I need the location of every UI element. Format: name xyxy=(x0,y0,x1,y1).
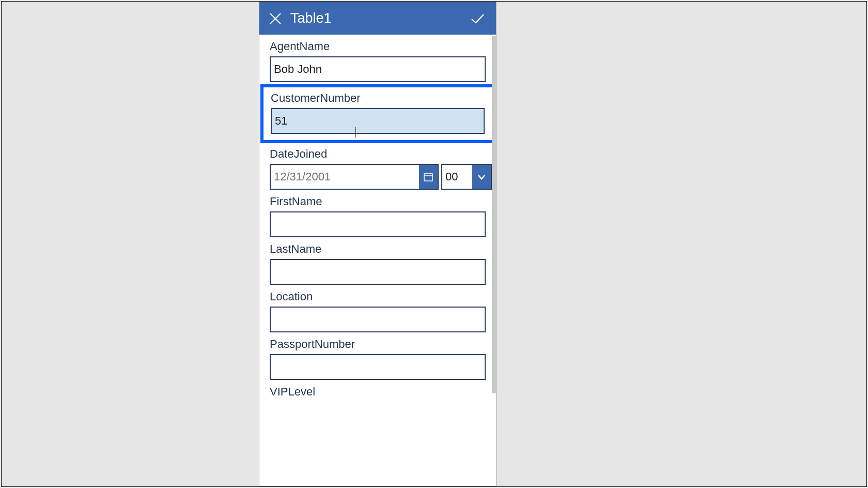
input-last-name[interactable] xyxy=(270,259,486,285)
close-icon xyxy=(269,12,282,25)
app-frame: Table1 AgentName CustomerNumber DateJoin… xyxy=(1,1,867,487)
chevron-down-icon xyxy=(476,172,487,182)
field-date-joined: DateJoined xyxy=(259,143,496,190)
svg-rect-2 xyxy=(424,174,432,181)
label-location: Location xyxy=(270,290,486,303)
calendar-icon xyxy=(423,172,433,182)
field-vip-level: VIPLevel xyxy=(259,380,496,399)
label-vip-level: VIPLevel xyxy=(270,385,486,399)
header-bar: Table1 xyxy=(259,2,496,35)
input-agent-name[interactable] xyxy=(270,56,486,82)
date-input-wrap[interactable] xyxy=(270,164,439,190)
date-joined-row: 00 : 00 xyxy=(270,164,486,190)
label-first-name: FirstName xyxy=(270,195,486,208)
submit-button[interactable] xyxy=(466,2,489,35)
field-agent-name: AgentName xyxy=(259,35,496,82)
input-passport-number[interactable] xyxy=(270,354,486,380)
scrollbar[interactable] xyxy=(492,36,496,393)
label-date-joined: DateJoined xyxy=(270,147,486,161)
field-customer-number-highlight: CustomerNumber xyxy=(260,84,495,143)
input-first-name[interactable] xyxy=(270,211,486,237)
check-icon xyxy=(469,10,486,27)
label-last-name: LastName xyxy=(270,242,486,256)
form-window: Table1 AgentName CustomerNumber DateJoin… xyxy=(259,2,497,486)
label-agent-name: AgentName xyxy=(270,40,486,53)
field-location: Location xyxy=(259,285,496,332)
hour-value: 00 xyxy=(442,165,472,189)
hour-dropdown[interactable]: 00 xyxy=(441,164,492,190)
window-title: Table1 xyxy=(290,10,332,26)
field-last-name: LastName xyxy=(259,237,496,285)
field-passport-number: PassportNumber xyxy=(259,332,496,380)
label-passport-number: PassportNumber xyxy=(270,338,486,351)
input-location[interactable] xyxy=(270,307,486,332)
input-date[interactable] xyxy=(271,165,419,189)
close-button[interactable] xyxy=(266,9,285,28)
field-first-name: FirstName xyxy=(259,190,496,237)
label-customer-number: CustomerNumber xyxy=(271,91,485,105)
input-customer-number[interactable] xyxy=(271,108,485,134)
form-scroll-area: AgentName CustomerNumber DateJoined xyxy=(259,35,496,486)
calendar-button[interactable] xyxy=(419,165,438,189)
text-cursor xyxy=(355,127,356,138)
hour-dropdown-button[interactable] xyxy=(472,165,491,189)
